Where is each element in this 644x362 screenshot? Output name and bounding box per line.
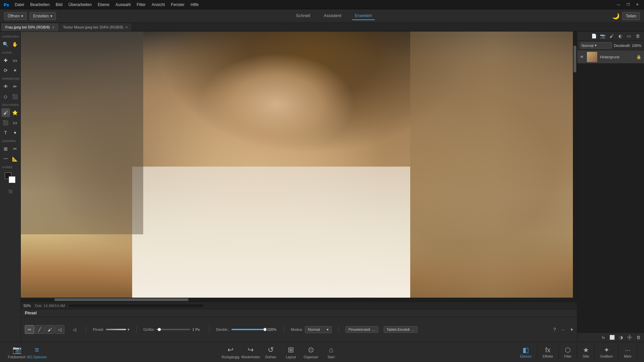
brush-mode-icon[interactable]: ✏ [25,325,34,334]
brush-erase-icon[interactable]: ╱ [35,325,44,334]
menu-ansicht[interactable]: Ansicht [149,2,167,8]
effekte-tab[interactable]: fx Effekte [537,345,559,360]
shape-add-icon[interactable]: ▭ [625,33,633,40]
filter-tab[interactable]: ⬡ Filter [559,345,577,360]
grafiken-tab[interactable]: ✦ Grafiken [595,345,619,360]
fx-icon[interactable]: fx [600,334,607,341]
move-tool[interactable]: ✚ [1,56,10,65]
background-color[interactable] [9,176,15,183]
pinsel-dropdown-icon[interactable]: ▾ [127,327,129,332]
deckk-slider[interactable] [231,329,265,330]
layer-mode-dropdown[interactable]: Normal ▾ [580,42,612,49]
new-layer-doc-icon[interactable]: 📄 [590,33,598,40]
brush-extra-icon[interactable]: ◁ [70,325,79,334]
zoom-tool[interactable]: 🔍 [1,40,10,49]
doc-tab-frau[interactable]: Frau.jpeg bei 50% (RGB/8) ✕ [1,23,59,31]
minimize-button[interactable]: — [614,2,623,8]
layer-visibility-icon[interactable]: 👁 [580,55,584,59]
deckk-slider-thumb[interactable] [263,328,267,331]
mehr-tab[interactable]: ··· Mehr [619,345,637,360]
layer-lock-icon[interactable]: 🔒 [636,55,641,59]
start-button[interactable]: ⌂ Start [321,346,341,359]
maximize-button[interactable]: ❐ [624,2,632,8]
fotobereich-button[interactable]: 📷 Fotobereich [7,346,27,359]
pencil-tool[interactable]: ✏ [11,82,19,91]
sponge-tool[interactable]: ◇ [1,92,10,101]
close-button[interactable]: ✕ [633,2,641,8]
delete-layer-icon[interactable]: 🗑 [635,334,642,341]
close-tab-icon[interactable]: ✕ [125,25,128,29]
menu-hilfe[interactable]: Hilfe [188,2,201,8]
smudge-tool[interactable]: ⬛ [11,92,19,101]
vertical-scrollbar[interactable] [573,32,577,302]
horizontal-scrollbar-thumb[interactable] [54,298,189,301]
stamp-tool[interactable]: ⭐ [11,108,19,117]
color-swatches[interactable] [5,172,16,184]
adjustment-icon[interactable]: ◑ [617,334,625,341]
doc-tab-textur[interactable]: Textur Mauer.jpeg bei 104% (RGB/8) ✕ [59,23,132,31]
horizontal-scrollbar[interactable] [21,298,573,302]
lasso-tool[interactable]: ⟳ [1,66,10,75]
wiederholen-button[interactable]: ↪ Wiederholen [240,346,261,359]
wz-optionen-button[interactable]: ≡ WZ-Optionen [27,346,47,359]
drehen-button[interactable]: ↺ Drehen [261,346,281,359]
text-tool[interactable]: T [1,128,10,137]
help-icon[interactable]: ? [553,327,556,332]
tab-erweitert[interactable]: Erweitert [352,12,375,20]
fill-tool[interactable]: ⬛ [1,118,10,127]
tab-schnell[interactable]: Schnell [293,12,313,20]
share-button[interactable]: Teilen [622,12,640,20]
paint-icon[interactable]: 🖌 [608,33,615,40]
search-icon[interactable]: 🌙 [612,12,620,20]
open-button[interactable]: Öffnen ▾ [4,12,27,20]
trash-icon[interactable]: 🗑 [634,33,641,40]
pinseleinstell-button[interactable]: Pinseleinstell. ... [345,326,378,333]
groesse-slider-thumb[interactable] [158,328,161,331]
tableteinstell-button[interactable]: Tablet-Einstell. ... [384,326,418,333]
ebenen-tab[interactable]: ◧ Ebenen [515,345,537,360]
pinsel-selector[interactable]: ▾ [106,327,129,332]
stile-tab[interactable]: ★ Stile [577,345,595,360]
marquee-tool[interactable]: ▭ [11,56,19,65]
close-tab-icon[interactable]: ✕ [52,25,55,29]
default-colors-icon[interactable]: ⬛ [6,187,15,196]
mehr-label: Mehr [624,355,632,358]
menu-ebene[interactable]: Ebene [95,2,112,8]
groesse-slider[interactable] [157,329,190,330]
add-layer-icon[interactable]: ➕ [626,334,633,341]
menu-bearbeiten[interactable]: Bearbeiten [28,2,52,8]
brush-tool[interactable]: 🖌 [1,108,10,117]
vertical-scrollbar-thumb[interactable] [574,46,576,72]
organizer-button[interactable]: ⊙ Organizer [301,346,321,359]
tab-assistent[interactable]: Assistent [321,12,344,20]
more-options-icon[interactable]: ··· [561,327,565,332]
menu-datei[interactable]: Datei [12,2,27,8]
adjust-icon[interactable]: ◐ [616,33,624,40]
menu-auswahl[interactable]: Auswahl [113,2,133,8]
brush-history-icon[interactable]: ◁ [55,325,64,334]
menu-ueberarbeiten[interactable]: Überarbeiten [66,2,94,8]
layout-button[interactable]: ⊞ Layout [281,346,301,359]
shape-tool[interactable]: ▭ [11,118,19,127]
tool-row: 👁 ✏ [1,82,19,91]
menu-bild[interactable]: Bild [53,2,65,8]
slice-tool[interactable]: ✂ [11,144,19,153]
canvas-area[interactable] [21,32,577,302]
modus-dropdown[interactable]: Normal ▾ [305,326,332,333]
collapse-icon[interactable]: ▾ [571,327,573,332]
warp-tool[interactable]: 〰 [1,155,10,163]
magic-wand-tool[interactable]: ✴ [11,66,19,75]
crop-tool[interactable]: ⊞ [1,144,10,153]
rueckgaengig-button[interactable]: ↩ Rückgängig [220,346,240,359]
menu-filter[interactable]: Filter [134,2,149,8]
create-button[interactable]: Erstellen ▾ [30,12,56,20]
camera-icon[interactable]: 📷 [599,33,606,40]
mask-icon[interactable]: ⬜ [608,334,616,341]
eye-tool[interactable]: 👁 [1,82,10,91]
ruler-tool[interactable]: 📐 [11,155,19,163]
layer-item-hintergrund[interactable]: 👁 Hintergrund 🔒 [577,50,644,64]
hand-tool[interactable]: ✋ [11,40,19,49]
brush-fill-icon[interactable]: 🖌 [45,325,54,334]
menu-fenster[interactable]: Fenster [168,2,187,8]
custom-shape-tool[interactable]: ✦ [11,128,19,137]
